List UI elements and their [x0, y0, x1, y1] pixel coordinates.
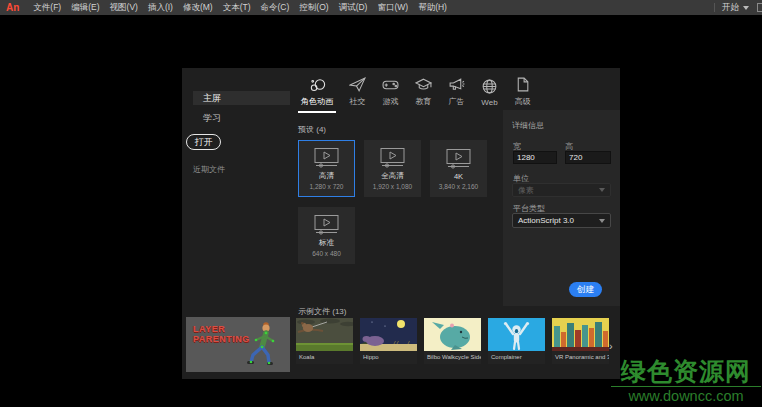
recent-files-label: 近期文件 — [193, 164, 225, 175]
preset-row: 标准 640 x 480 — [298, 207, 355, 264]
chevron-down-icon — [599, 188, 605, 192]
platform-value: ActionScript 3.0 — [518, 216, 574, 225]
watermark: 绿色资源网 www.downcc.com — [611, 358, 761, 404]
video-preset-icon — [313, 214, 340, 236]
tab-games[interactable]: 游戏 — [379, 76, 402, 113]
chevron-down-icon — [599, 219, 605, 223]
sample-label: Hippo — [360, 351, 417, 364]
recent-file-thumbnail-layer-parenting[interactable]: LAYER PARENTING — [186, 317, 290, 372]
sample-card-vr-panoramic[interactable]: VR Panoramic and 3 — [552, 318, 609, 364]
sample-card-hippo[interactable]: Hippo — [360, 318, 417, 364]
preset-card-hd[interactable]: 高清 1,280 x 720 — [298, 140, 355, 197]
document-icon — [514, 76, 531, 93]
megaphone-icon — [448, 76, 465, 93]
menubar-separator — [714, 3, 715, 12]
preset-card-full-hd[interactable]: 全高清 1,920 x 1,080 — [364, 140, 421, 197]
gamepad-icon — [382, 76, 399, 93]
globe-icon — [481, 78, 498, 95]
menu-help[interactable]: 帮助(H) — [413, 0, 452, 15]
menu-file[interactable]: 文件(F) — [28, 0, 66, 15]
video-preset-icon — [445, 148, 472, 170]
complainer-thumbnail — [488, 318, 545, 351]
preset-size: 1,280 x 720 — [310, 183, 344, 190]
presets-heading: 预设 (4) — [298, 124, 326, 135]
tab-web[interactable]: Web — [478, 78, 501, 113]
tab-social[interactable]: 社交 — [346, 76, 369, 113]
details-panel: 详细信息 宽 高 单位 像素 平台类型 ActionScript 3.0 创建 — [503, 110, 620, 306]
video-preset-icon — [313, 147, 340, 169]
preset-row: 高清 1,280 x 720 全高清 1,920 x 1,080 4K 3,84… — [298, 140, 487, 197]
category-tabs: 角色动画 社交 游戏 教育 广告 — [298, 76, 534, 113]
graduation-cap-icon — [415, 76, 432, 93]
preset-size: 3,840 x 2,160 — [439, 183, 478, 190]
sample-label: Koala — [296, 351, 353, 364]
sidebar-item-learn[interactable]: 学习 — [193, 111, 290, 125]
preset-card-4k[interactable]: 4K 3,840 x 2,160 — [430, 140, 487, 197]
preset-name: 高清 — [319, 171, 334, 181]
platform-dropdown[interactable]: ActionScript 3.0 — [512, 213, 611, 228]
watermark-title: 绿色资源网 — [611, 358, 761, 385]
tab-education[interactable]: 教育 — [412, 76, 435, 113]
vr-panoramic-thumbnail — [552, 318, 609, 351]
video-preset-icon — [379, 147, 406, 169]
samples-row: Koala Hippo — [296, 318, 609, 364]
units-value: 像素 — [518, 185, 534, 196]
open-button[interactable]: 打开 — [186, 134, 221, 150]
preset-name: 标准 — [319, 238, 334, 248]
sample-label: VR Panoramic and 3 — [552, 351, 609, 364]
preset-name: 4K — [454, 172, 463, 181]
tab-advanced[interactable]: 高级 — [511, 76, 534, 113]
workspace-label: 开始 — [722, 2, 739, 14]
menu-view[interactable]: 视图(V) — [105, 0, 143, 15]
preset-name: 全高清 — [381, 171, 404, 181]
menubar-right: 开始 — [714, 0, 762, 15]
menu-insert[interactable]: 插入(I) — [143, 0, 178, 15]
preset-size: 640 x 480 — [312, 250, 341, 257]
menu-commands[interactable]: 命令(C) — [256, 0, 295, 15]
menu-modify[interactable]: 修改(M) — [178, 0, 218, 15]
samples-heading: 示例文件 (13) — [298, 306, 346, 317]
walking-character-illustration — [242, 320, 284, 370]
start-screen-window: 主屏 学习 打开 近期文件 LAYER PARENTING — [182, 68, 620, 379]
sample-card-bilbo[interactable]: Bilbo Walkcycle Side — [424, 318, 481, 364]
koala-thumbnail — [296, 318, 353, 351]
details-heading: 详细信息 — [512, 120, 544, 131]
sample-card-koala[interactable]: Koala — [296, 318, 353, 364]
tab-ads[interactable]: 广告 — [445, 76, 468, 113]
menu-control[interactable]: 控制(O) — [294, 0, 333, 15]
chevron-down-icon — [743, 6, 749, 10]
workspace-switcher[interactable]: 开始 — [722, 2, 757, 14]
sample-card-complainer[interactable]: Complainer — [488, 318, 545, 364]
height-input[interactable] — [565, 151, 611, 164]
paper-plane-icon — [349, 76, 366, 93]
width-input[interactable] — [513, 151, 557, 164]
watermark-url: www.downcc.com — [611, 386, 761, 404]
samples-next-button[interactable]: › — [609, 340, 613, 352]
sample-label: Bilbo Walkcycle Side — [424, 351, 481, 364]
menu-text[interactable]: 文本(T) — [218, 0, 256, 15]
character-animation-icon — [309, 76, 326, 93]
units-dropdown: 像素 — [512, 183, 611, 197]
tab-character-animation[interactable]: 角色动画 — [298, 76, 336, 113]
menubar: An 文件(F) 编辑(E) 视图(V) 插入(I) 修改(M) 文本(T) 命… — [0, 0, 762, 15]
preset-card-standard[interactable]: 标准 640 x 480 — [298, 207, 355, 264]
sidebar-item-home[interactable]: 主屏 — [193, 91, 290, 105]
hippo-thumbnail — [360, 318, 417, 351]
bilbo-walkcycle-thumbnail — [424, 318, 481, 351]
create-button[interactable]: 创建 — [569, 282, 602, 297]
menu-debug[interactable]: 调试(D) — [334, 0, 373, 15]
menu-window[interactable]: 窗口(W) — [372, 0, 413, 15]
sample-label: Complainer — [488, 351, 545, 364]
menu-edit[interactable]: 编辑(E) — [66, 0, 104, 15]
app-logo: An — [0, 2, 28, 13]
preset-size: 1,920 x 1,080 — [373, 183, 412, 190]
truncated-icon — [757, 3, 762, 12]
